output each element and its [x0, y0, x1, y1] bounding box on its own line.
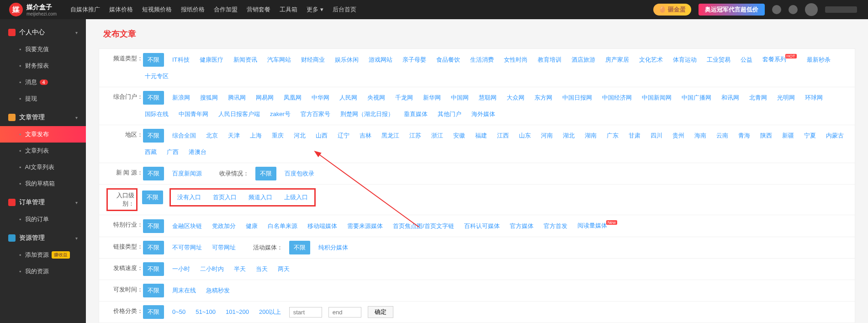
filter-opt[interactable]: 网易网: [254, 91, 275, 105]
filter-opt[interactable]: 港澳台: [187, 145, 208, 159]
filter-opt[interactable]: 福建: [473, 129, 489, 143]
filter-opt[interactable]: 新闻资讯: [232, 53, 259, 67]
filter-opt[interactable]: 中国新闻网: [640, 91, 673, 105]
filter-opt[interactable]: 101~200: [224, 305, 251, 319]
filter-opt[interactable]: 中国网: [449, 91, 471, 105]
filter-opt[interactable]: 中国青年网: [177, 107, 210, 121]
filter-opt[interactable]: 官方媒体: [508, 219, 535, 233]
avatar[interactable]: [805, 3, 818, 16]
filter-opt[interactable]: 甘肃: [627, 129, 642, 143]
filter-opt[interactable]: 北青网: [747, 91, 769, 105]
filter-opt[interactable]: 江苏: [408, 129, 423, 143]
nav-link-more[interactable]: 更多 ▾: [307, 5, 323, 14]
filter-opt[interactable]: zaker号: [268, 107, 292, 121]
nav-link[interactable]: 自媒体推广: [70, 5, 100, 14]
filter-opt[interactable]: 河北: [292, 129, 307, 143]
filter-opt[interactable]: 可带网址: [210, 241, 238, 254]
nav-link[interactable]: 媒体价格: [109, 5, 133, 14]
filter-opt[interactable]: 安徽: [451, 129, 467, 143]
filter-opt[interactable]: 江西: [495, 129, 511, 143]
filter-opt[interactable]: 新华网: [421, 91, 443, 105]
filter-opt[interactable]: 200以上: [257, 305, 283, 319]
filter-opt[interactable]: 天津: [226, 129, 242, 143]
filter-opt[interactable]: 中国经济网: [600, 91, 634, 105]
filter-opt[interactable]: 食品餐饮: [434, 53, 462, 67]
filter-opt[interactable]: 首页入口: [211, 191, 238, 204]
filter-opt[interactable]: 央视网: [365, 91, 387, 105]
filter-opt[interactable]: 体育运动: [671, 53, 699, 67]
filter-opt[interactable]: 辽宁: [336, 129, 351, 143]
filter-opt[interactable]: 教育培训: [536, 53, 563, 67]
filter-opt-active[interactable]: 不限: [255, 167, 276, 180]
price-start-input[interactable]: [289, 307, 322, 318]
filter-opt[interactable]: 千龙网: [393, 91, 415, 105]
filter-opt[interactable]: 环球网: [803, 91, 825, 105]
filter-opt[interactable]: 综合全国: [170, 129, 198, 143]
filter-opt[interactable]: 云南: [715, 129, 730, 143]
filter-opt-active[interactable]: 不限: [143, 284, 164, 297]
bell-icon[interactable]: [772, 5, 781, 14]
filter-opt[interactable]: 凤凰网: [282, 91, 303, 105]
filter-opt[interactable]: 移动端媒体: [306, 219, 339, 233]
filter-opt[interactable]: 一小时: [170, 262, 192, 276]
filter-opt[interactable]: 党政加分: [210, 219, 238, 233]
sidebar-item-addres[interactable]: 添加资源赚收益: [0, 247, 86, 263]
filter-opt[interactable]: 生活消费: [468, 53, 496, 67]
filter-opt[interactable]: 山东: [517, 129, 533, 143]
filter-opt[interactable]: 游戏网站: [367, 53, 394, 67]
filter-opt[interactable]: 河南: [539, 129, 555, 143]
filter-opt[interactable]: 百度新闻源: [170, 167, 204, 180]
filter-opt[interactable]: 西藏: [143, 145, 159, 159]
filter-opt[interactable]: 亲子母婴: [401, 53, 428, 67]
sidebar-item-publish[interactable]: 文章发布: [0, 126, 86, 143]
filter-opt[interactable]: 荆楚网（湖北日报）: [339, 107, 396, 121]
sidebar-item-myres[interactable]: 我的资源: [0, 263, 86, 280]
filter-opt-active[interactable]: 不限: [143, 91, 164, 105]
filter-opt[interactable]: 宁夏: [802, 129, 818, 143]
filter-opt-active[interactable]: 不限: [143, 241, 164, 254]
filter-opt[interactable]: 公益: [739, 53, 754, 67]
filter-opt[interactable]: 财经商业: [299, 53, 327, 67]
sidebar-item-finance[interactable]: 财务报表: [0, 58, 86, 74]
filter-opt[interactable]: 新浪网: [170, 91, 192, 105]
sidebar-item-myorder[interactable]: 我的订单: [0, 211, 86, 228]
filter-opt[interactable]: 湖北: [561, 129, 577, 143]
confirm-button[interactable]: 确定: [368, 306, 393, 318]
filter-opt[interactable]: 不可带网址: [170, 241, 204, 254]
nav-link[interactable]: 后台首页: [333, 5, 356, 14]
filter-opt[interactable]: 北京: [204, 129, 220, 143]
filter-opt[interactable]: 大众网: [505, 91, 526, 105]
filter-opt[interactable]: 贵州: [671, 129, 686, 143]
filter-opt[interactable]: 其他门户: [436, 107, 463, 121]
nav-link[interactable]: 营销套餐: [247, 5, 270, 14]
filter-opt[interactable]: 上级入口: [282, 191, 310, 204]
filter-opt[interactable]: 海南: [693, 129, 708, 143]
filter-opt[interactable]: 海外媒体: [470, 107, 497, 121]
sidebar-item-list[interactable]: 文章列表: [0, 143, 86, 159]
filter-opt[interactable]: 百科认可媒体: [462, 219, 502, 233]
filter-opt[interactable]: 周末在线: [170, 284, 198, 297]
filter-opt[interactable]: 当天: [254, 262, 270, 276]
filter-opt[interactable]: 娱乐休闲: [333, 53, 360, 67]
filter-opt[interactable]: 山西: [314, 129, 329, 143]
filter-opt[interactable]: 垂直媒体: [402, 107, 429, 121]
nav-link[interactable]: 合作加盟: [214, 5, 238, 14]
sidebar-item-draft[interactable]: 我的草稿箱: [0, 175, 86, 192]
filter-opt[interactable]: 人民网: [338, 91, 359, 105]
olympic-badge[interactable]: 奥运冠军代言超低价: [699, 4, 765, 16]
filter-opt[interactable]: 工业贸易: [705, 53, 732, 67]
filter-opt[interactable]: 频道入口: [247, 191, 274, 204]
filter-opt[interactable]: 健康医疗: [198, 53, 225, 67]
filter-opt[interactable]: 白名单来源: [266, 219, 299, 233]
filter-opt[interactable]: 百度包收录: [283, 167, 316, 180]
filter-opt[interactable]: 广东: [605, 129, 620, 143]
filter-opt[interactable]: 慧聪网: [477, 91, 498, 105]
filter-opt[interactable]: 中国日报网: [561, 91, 594, 105]
filter-opt[interactable]: 官方首发: [542, 219, 569, 233]
filter-opt[interactable]: 搜狐网: [198, 91, 220, 105]
filter-opt[interactable]: 浙江: [429, 129, 445, 143]
message-icon[interactable]: [789, 5, 798, 14]
filter-opt[interactable]: 酒店旅游: [570, 53, 597, 67]
filter-opt[interactable]: 首页焦点图/首页文字链: [391, 219, 456, 233]
filter-opt[interactable]: 青海: [736, 129, 752, 143]
